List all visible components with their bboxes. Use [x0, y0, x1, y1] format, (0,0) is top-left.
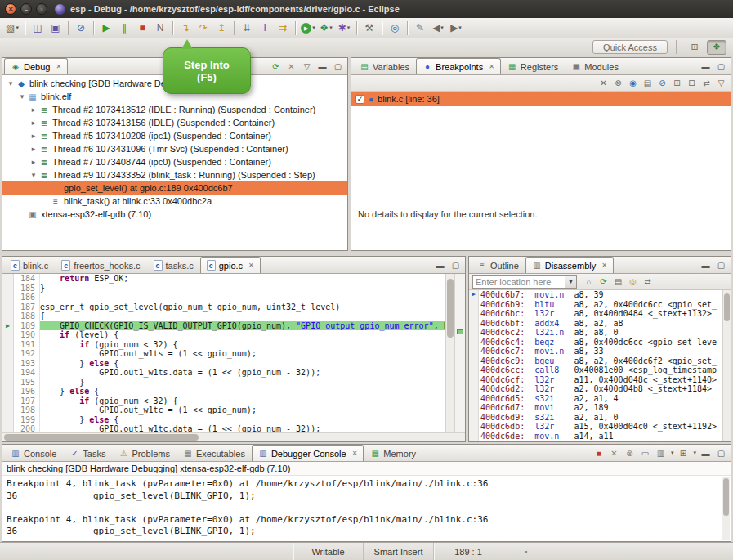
debug-tree-item[interactable]: ▸≣Thread #7 1073408744 (ipc0) (Suspended…	[2, 155, 347, 168]
editor-tab-tasks-c[interactable]: ctasks.c	[147, 257, 200, 273]
scrollbar-thumb[interactable]	[447, 279, 454, 338]
code-line[interactable]: GPIO.out1_w1tc.data = (1 << (gpio_num - …	[40, 424, 445, 432]
console-tab-memory[interactable]: ▦Memory	[364, 445, 422, 461]
code-line[interactable]: }	[40, 378, 445, 388]
last-edit-location-button[interactable]: ✎	[411, 20, 429, 37]
resume-button[interactable]: ▶	[97, 20, 115, 37]
external-tools-button[interactable]: ✱▾	[335, 20, 353, 37]
code-line[interactable]: esp_err_t gpio_set_level(gpio_num_t gpio…	[40, 302, 445, 312]
console-output[interactable]: Breakpoint 4, blink_task (pvParameter=0x…	[2, 476, 731, 541]
run-button[interactable]: ▶▾	[299, 20, 317, 37]
view-menu-icon[interactable]: ▽	[715, 77, 727, 89]
maximize-button[interactable]: ▫	[36, 3, 47, 15]
close-icon[interactable]: ✕	[56, 63, 61, 70]
open-console-icon[interactable]: ⊞	[677, 447, 689, 459]
current-line-marker[interactable]	[457, 329, 463, 334]
remove-breakpoint-icon[interactable]: ✕	[597, 77, 610, 89]
line-number[interactable]: 200	[14, 424, 35, 432]
disassembly-line[interactable]: 400dc6d9: s32i a2, a1, 0	[480, 413, 722, 423]
expand-all-icon[interactable]: ⊞	[671, 77, 683, 89]
remove-all-breakpoints-icon[interactable]: ⊗	[612, 77, 624, 89]
minimize-icon[interactable]: ▬	[699, 259, 712, 271]
code-line[interactable]: if (level) {	[40, 330, 445, 340]
views-tab-outline[interactable]: ≡Outline	[471, 257, 525, 273]
build-button[interactable]: ⚒	[360, 20, 378, 37]
location-combo[interactable]: Enter location here ▼	[472, 275, 577, 289]
disassembly-line[interactable]: 400dc6c7: movi.n a8, 33	[480, 347, 722, 356]
expand-icon[interactable]: ▸	[29, 158, 38, 166]
disassembly-line[interactable]: 400dc6c2: l32i.n a8, a8, 0	[480, 328, 722, 338]
minimize-icon[interactable]: ▬	[699, 447, 712, 459]
console-tab-tasks[interactable]: ✓Tasks	[63, 445, 112, 461]
line-number[interactable]: 194	[14, 368, 35, 378]
close-icon[interactable]: ✕	[601, 262, 607, 269]
views-tab-breakpoints[interactable]: ●Breakpoints✕	[416, 58, 501, 74]
chevron-down-icon[interactable]: ▼	[565, 276, 576, 288]
disassembly-line[interactable]: 400dc6de: mov.n a14, a11	[480, 432, 722, 441]
instruction-stepping-button[interactable]: i	[256, 20, 274, 37]
line-number[interactable]: 193	[14, 359, 35, 369]
refresh-icon[interactable]: ⟳	[597, 276, 610, 288]
disassembly-line[interactable]: 400dc6cf: l32r a11, 0x400d048c <_stext+1…	[480, 375, 722, 385]
show-breakpoints-supported-icon[interactable]: ◉	[627, 77, 639, 89]
search-button[interactable]: ◎	[386, 20, 404, 37]
views-tab-modules[interactable]: ▣Modules	[565, 58, 625, 74]
views-tab-registers[interactable]: ▦Registers	[501, 58, 565, 74]
expand-icon[interactable]: ▸	[29, 132, 38, 140]
maximize-icon[interactable]: ▢	[715, 447, 727, 459]
disconnect-button[interactable]: N	[151, 20, 169, 37]
quick-access-button[interactable]: Quick Access	[592, 40, 668, 54]
disassembly-body[interactable]: ▶ 400dc6b7: movi.n a8, 39400dc6b9: bltu …	[469, 290, 731, 441]
code-line[interactable]: GPIO.out_w1tc = (1 << gpio_num);	[40, 405, 445, 415]
line-number[interactable]: 190	[14, 330, 35, 340]
disassembly-line[interactable]: 400dc6d5: s32i a2, a1, 4	[480, 394, 722, 404]
disassembly-line[interactable]: 400dc6d2: l32r a2, 0x400d04b8 <_stext+11…	[480, 384, 722, 394]
debug-tree-item[interactable]: ▣xtensa-esp32-elf-gdb (7.10)	[2, 208, 347, 221]
console-tab-debugger-console[interactable]: ▥Debugger Console✕	[252, 445, 364, 461]
disassembly-vertical-scrollbar[interactable]	[722, 290, 731, 441]
minimize-icon[interactable]: ▬	[434, 259, 446, 271]
line-number[interactable]: 184	[14, 274, 35, 284]
debug-tree-item[interactable]: ▸≣Thread #2 1073413512 (IDLE : Running) …	[2, 103, 347, 116]
disassembly-line[interactable]: 400dc6bc: l32r a8, 0x400d0484 <_stext+11…	[480, 309, 722, 319]
breakpoint-checkbox[interactable]: ✓	[355, 95, 364, 104]
save-button[interactable]: ◫	[29, 20, 47, 37]
maximize-icon[interactable]: ▢	[715, 259, 727, 271]
scrollbar-thumb[interactable]	[4, 434, 199, 441]
debug-tree-item[interactable]: ▸≣Thread #3 1073413156 (IDLE) (Suspended…	[2, 116, 347, 129]
step-return-button[interactable]: ↥	[212, 20, 230, 37]
drop-to-frame-button[interactable]: ⇊	[238, 20, 256, 37]
home-icon[interactable]: ⌂	[583, 276, 595, 288]
code-line[interactable]: if (gpio_num < 32) {	[40, 340, 445, 350]
editor-tab-freertos-hooks-c[interactable]: cfreertos_hooks.c	[55, 257, 146, 273]
line-number[interactable]: 191	[14, 340, 35, 350]
close-icon[interactable]: ✕	[489, 63, 494, 70]
terminate-button[interactable]: ■	[133, 20, 151, 37]
expand-icon[interactable]: ▸	[29, 119, 38, 127]
remove-launch-icon[interactable]: ✕	[608, 447, 620, 459]
views-tab-disassembly[interactable]: ▥Disassembly✕	[525, 257, 614, 273]
maximize-icon[interactable]: ▢	[449, 259, 462, 271]
disassembly-line[interactable]: 400dc6db: l32r a15, 0x400d04c0 <_stext+1…	[480, 422, 722, 432]
close-icon[interactable]: ✕	[352, 450, 358, 457]
restart-icon[interactable]: ⟳	[270, 60, 282, 73]
clear-console-icon[interactable]: ▭	[639, 447, 651, 459]
debug-tree-item[interactable]: ≡blink_task() at blink.c:33 0x400dbc2a	[2, 195, 347, 208]
editor-vertical-scrollbar[interactable]	[445, 274, 454, 432]
remove-all-terminated-icon[interactable]: ✕	[285, 60, 297, 73]
expand-icon[interactable]: ▸	[29, 105, 38, 114]
save-all-button[interactable]: ▣	[47, 20, 65, 37]
back-button[interactable]: ◀▾	[429, 20, 447, 37]
scrollbar-thumb[interactable]	[723, 478, 729, 516]
line-number[interactable]: 195	[14, 378, 35, 388]
step-into-button[interactable]: ↴	[177, 20, 194, 37]
code-line[interactable]: } else {	[40, 359, 445, 369]
debug-tab-debug[interactable]: ◈Debug✕	[4, 58, 68, 74]
console-tab-console[interactable]: ▥Console	[4, 445, 63, 461]
line-number[interactable]: 192	[14, 349, 35, 359]
editor-code-area[interactable]: return ESP_OK;}esp_err_t gpio_set_level(…	[40, 274, 445, 432]
code-line[interactable]: GPIO.out_w1ts = (1 << gpio_num);	[40, 349, 445, 359]
minimize-icon[interactable]: ▬	[316, 60, 329, 73]
editor-tab-blink-c[interactable]: cblink.c	[4, 257, 55, 273]
line-number[interactable]: 187	[14, 302, 35, 312]
